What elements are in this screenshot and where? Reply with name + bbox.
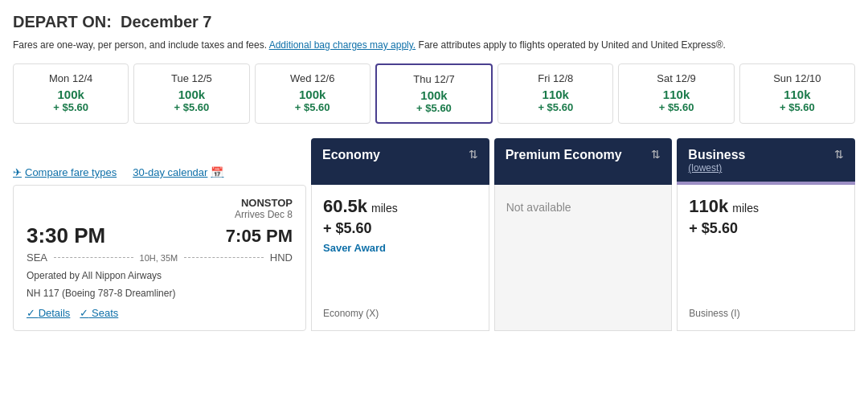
fare-class: Economy (X) bbox=[323, 260, 477, 319]
date-fee: + $5.60 bbox=[20, 101, 121, 113]
date-card[interactable]: Fri 12/8 110k + $5.60 bbox=[497, 63, 613, 124]
date-miles: 100k bbox=[141, 88, 242, 101]
calendar-icon: 📅 bbox=[211, 166, 223, 178]
fare-fee: + $5.60 bbox=[689, 220, 843, 237]
flight-route: SEA 10H, 35M HND bbox=[27, 251, 293, 264]
main-content-area: NONSTOP Arrives Dec 8 3:30 PM 7:05 PM SE… bbox=[13, 185, 855, 331]
sort-icon-premium_economy[interactable]: ⇅ bbox=[651, 148, 661, 161]
fare-note-text2: Fare attributes apply to flights operate… bbox=[419, 39, 716, 51]
date-miles: 100k bbox=[20, 88, 121, 101]
page-container: DEPART ON: December 7 Fares are one-way,… bbox=[13, 13, 855, 331]
date-label: Sun 12/10 bbox=[747, 72, 848, 84]
date-card[interactable]: Thu 12/7 100k + $5.60 bbox=[375, 63, 493, 124]
date-card[interactable]: Sun 12/10 110k + $5.60 bbox=[739, 63, 855, 124]
destination: HND bbox=[270, 251, 293, 264]
calendar-link[interactable]: 30-day calendar 📅 bbox=[133, 166, 223, 178]
fare-type-label: Saver Award bbox=[323, 242, 477, 254]
date-fee: + $5.60 bbox=[747, 101, 848, 113]
fare-note: Fares are one-way, per person, and inclu… bbox=[13, 38, 855, 52]
fare-miles: 60.5k miles bbox=[323, 196, 477, 217]
details-links: ✓ Details ✓ Seats bbox=[27, 307, 293, 319]
depart-header: DEPART ON: December 7 bbox=[13, 13, 855, 31]
stop-type: NONSTOP bbox=[27, 197, 293, 209]
date-miles: 100k bbox=[383, 88, 485, 102]
date-label: Fri 12/8 bbox=[505, 72, 606, 84]
date-miles: 110k bbox=[505, 88, 606, 101]
date-label: Wed 12/6 bbox=[262, 72, 363, 84]
compare-fare-link[interactable]: ✈ Compare fare types bbox=[13, 166, 117, 178]
arrive-time: 7:05 PM bbox=[226, 226, 293, 247]
date-miles: 110k bbox=[747, 88, 848, 101]
date-fee: + $5.60 bbox=[262, 101, 363, 113]
plane-icon: ✈ bbox=[13, 166, 22, 178]
col-title-economy: Economy bbox=[322, 148, 380, 162]
operated-by: Operated by All Nippon Airways bbox=[27, 270, 293, 281]
route-line-2 bbox=[184, 257, 264, 258]
details-link[interactable]: ✓ Details bbox=[27, 307, 70, 319]
sort-icon-economy[interactable]: ⇅ bbox=[469, 148, 478, 161]
date-card[interactable]: Mon 12/4 100k + $5.60 bbox=[13, 63, 129, 124]
col-title-premium_economy: Premium Economy bbox=[506, 148, 622, 162]
flight-number: NH 117 (Boeing 787-8 Dreamliner) bbox=[27, 288, 293, 299]
col-title-business: Business bbox=[688, 148, 745, 162]
not-available-text: Not available bbox=[506, 201, 571, 214]
date-label: Tue 12/5 bbox=[141, 72, 242, 84]
seats-link[interactable]: ✓ Seats bbox=[80, 307, 118, 319]
date-fee: + $5.60 bbox=[505, 101, 606, 113]
depart-date: December 7 bbox=[121, 13, 211, 31]
date-fee: + $5.60 bbox=[625, 101, 727, 113]
bag-charges-link[interactable]: Additional bag charges may apply. bbox=[269, 39, 416, 51]
fare-class: Business (I) bbox=[689, 260, 843, 319]
sort-icon-business[interactable]: ⇅ bbox=[834, 148, 844, 161]
miles-label: miles bbox=[732, 202, 759, 215]
miles-label: miles bbox=[371, 202, 398, 215]
chevron-seats: ✓ bbox=[80, 307, 88, 319]
flight-times: 3:30 PM 7:05 PM bbox=[27, 223, 293, 248]
fare-col-header-business: Business (lowest) ⇅ bbox=[677, 138, 855, 185]
period: . bbox=[723, 39, 726, 51]
date-label: Mon 12/4 bbox=[20, 72, 121, 84]
fare-col-header-premium_economy: Premium Economy ⇅ bbox=[494, 138, 673, 185]
flight-panel: NONSTOP Arrives Dec 8 3:30 PM 7:05 PM SE… bbox=[13, 185, 306, 331]
fare-fee: + $5.60 bbox=[323, 220, 477, 237]
date-card[interactable]: Tue 12/5 100k + $5.60 bbox=[133, 63, 249, 124]
date-label: Thu 12/7 bbox=[383, 73, 485, 85]
route-line bbox=[54, 257, 133, 258]
miles-num: 60.5k bbox=[323, 196, 367, 216]
fare-miles: 110k miles bbox=[689, 196, 843, 217]
chevron-details: ✓ bbox=[27, 307, 35, 319]
fare-col-header-economy: Economy ⇅ bbox=[311, 138, 489, 185]
registered-mark: ® bbox=[716, 39, 723, 51]
fare-col-body-business: 110k miles + $5.60 Business (I) bbox=[677, 185, 855, 331]
fare-note-text1: Fares are one-way, per person, and inclu… bbox=[13, 39, 267, 51]
date-card[interactable]: Sat 12/9 110k + $5.60 bbox=[618, 63, 734, 124]
miles-num: 110k bbox=[689, 196, 728, 216]
duration: 10H, 35M bbox=[140, 253, 178, 263]
date-miles: 100k bbox=[262, 88, 363, 101]
date-cards-row: Mon 12/4 100k + $5.60 Tue 12/5 100k + $5… bbox=[13, 63, 855, 124]
date-fee: + $5.60 bbox=[141, 101, 242, 113]
date-miles: 110k bbox=[625, 88, 727, 101]
date-card[interactable]: Wed 12/6 100k + $5.60 bbox=[255, 63, 371, 124]
tools-row: ✈ Compare fare types 30-day calendar 📅 bbox=[13, 166, 306, 178]
date-label: Sat 12/9 bbox=[625, 72, 727, 84]
fare-col-body-economy: 60.5k miles + $5.60 Saver Award Economy … bbox=[311, 185, 489, 331]
depart-time: 3:30 PM bbox=[27, 223, 105, 248]
col-subtitle: (lowest) bbox=[688, 162, 745, 174]
arrives-label: Arrives Dec 8 bbox=[27, 209, 293, 220]
origin: SEA bbox=[27, 251, 47, 264]
fare-col-body-premium_economy: Not available bbox=[494, 185, 673, 331]
depart-label: DEPART ON: bbox=[13, 13, 112, 31]
date-fee: + $5.60 bbox=[383, 102, 485, 114]
